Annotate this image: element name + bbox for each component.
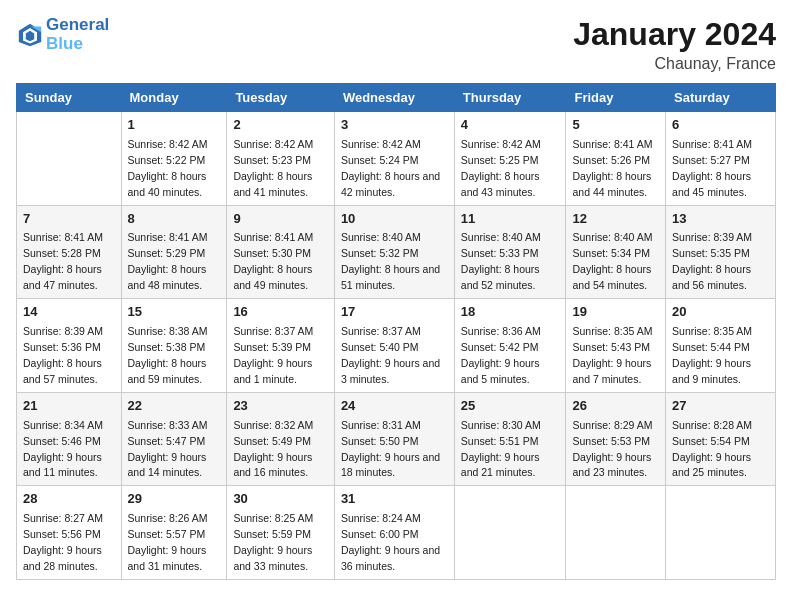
day-number: 3 — [341, 116, 448, 135]
day-number: 7 — [23, 210, 115, 229]
day-info: Sunrise: 8:41 AMSunset: 5:28 PMDaylight:… — [23, 231, 103, 291]
day-cell: 24Sunrise: 8:31 AMSunset: 5:50 PMDayligh… — [334, 392, 454, 486]
day-number: 10 — [341, 210, 448, 229]
logo-text: General Blue — [46, 16, 109, 53]
week-row-2: 7Sunrise: 8:41 AMSunset: 5:28 PMDaylight… — [17, 205, 776, 299]
day-number: 16 — [233, 303, 327, 322]
day-info: Sunrise: 8:42 AMSunset: 5:24 PMDaylight:… — [341, 138, 440, 198]
day-info: Sunrise: 8:33 AMSunset: 5:47 PMDaylight:… — [128, 419, 208, 479]
day-number: 4 — [461, 116, 560, 135]
day-info: Sunrise: 8:40 AMSunset: 5:33 PMDaylight:… — [461, 231, 541, 291]
week-row-3: 14Sunrise: 8:39 AMSunset: 5:36 PMDayligh… — [17, 299, 776, 393]
day-number: 17 — [341, 303, 448, 322]
day-cell: 19Sunrise: 8:35 AMSunset: 5:43 PMDayligh… — [566, 299, 666, 393]
logo: General Blue — [16, 16, 109, 53]
day-info: Sunrise: 8:31 AMSunset: 5:50 PMDaylight:… — [341, 419, 440, 479]
day-number: 1 — [128, 116, 221, 135]
day-info: Sunrise: 8:40 AMSunset: 5:34 PMDaylight:… — [572, 231, 652, 291]
day-cell: 6Sunrise: 8:41 AMSunset: 5:27 PMDaylight… — [666, 112, 776, 206]
day-cell: 22Sunrise: 8:33 AMSunset: 5:47 PMDayligh… — [121, 392, 227, 486]
day-number: 23 — [233, 397, 327, 416]
day-cell: 27Sunrise: 8:28 AMSunset: 5:54 PMDayligh… — [666, 392, 776, 486]
day-number: 26 — [572, 397, 659, 416]
day-cell: 26Sunrise: 8:29 AMSunset: 5:53 PMDayligh… — [566, 392, 666, 486]
day-number: 19 — [572, 303, 659, 322]
day-number: 28 — [23, 490, 115, 509]
week-row-5: 28Sunrise: 8:27 AMSunset: 5:56 PMDayligh… — [17, 486, 776, 580]
day-cell: 25Sunrise: 8:30 AMSunset: 5:51 PMDayligh… — [454, 392, 566, 486]
day-number: 11 — [461, 210, 560, 229]
col-header-tuesday: Tuesday — [227, 84, 334, 112]
day-cell: 3Sunrise: 8:42 AMSunset: 5:24 PMDaylight… — [334, 112, 454, 206]
day-info: Sunrise: 8:30 AMSunset: 5:51 PMDaylight:… — [461, 419, 541, 479]
day-cell — [666, 486, 776, 580]
col-header-saturday: Saturday — [666, 84, 776, 112]
day-cell: 21Sunrise: 8:34 AMSunset: 5:46 PMDayligh… — [17, 392, 122, 486]
main-title: January 2024 — [573, 16, 776, 53]
day-info: Sunrise: 8:37 AMSunset: 5:39 PMDaylight:… — [233, 325, 313, 385]
day-number: 5 — [572, 116, 659, 135]
day-number: 27 — [672, 397, 769, 416]
day-info: Sunrise: 8:29 AMSunset: 5:53 PMDaylight:… — [572, 419, 652, 479]
day-cell: 20Sunrise: 8:35 AMSunset: 5:44 PMDayligh… — [666, 299, 776, 393]
day-number: 6 — [672, 116, 769, 135]
day-number: 14 — [23, 303, 115, 322]
day-number: 30 — [233, 490, 327, 509]
col-header-sunday: Sunday — [17, 84, 122, 112]
day-cell: 4Sunrise: 8:42 AMSunset: 5:25 PMDaylight… — [454, 112, 566, 206]
day-cell — [17, 112, 122, 206]
day-cell: 1Sunrise: 8:42 AMSunset: 5:22 PMDaylight… — [121, 112, 227, 206]
day-info: Sunrise: 8:26 AMSunset: 5:57 PMDaylight:… — [128, 512, 208, 572]
week-row-4: 21Sunrise: 8:34 AMSunset: 5:46 PMDayligh… — [17, 392, 776, 486]
subtitle: Chaunay, France — [573, 55, 776, 73]
day-cell: 13Sunrise: 8:39 AMSunset: 5:35 PMDayligh… — [666, 205, 776, 299]
header-row: SundayMondayTuesdayWednesdayThursdayFrid… — [17, 84, 776, 112]
day-info: Sunrise: 8:37 AMSunset: 5:40 PMDaylight:… — [341, 325, 440, 385]
day-cell: 29Sunrise: 8:26 AMSunset: 5:57 PMDayligh… — [121, 486, 227, 580]
day-cell: 10Sunrise: 8:40 AMSunset: 5:32 PMDayligh… — [334, 205, 454, 299]
day-cell: 28Sunrise: 8:27 AMSunset: 5:56 PMDayligh… — [17, 486, 122, 580]
day-cell: 7Sunrise: 8:41 AMSunset: 5:28 PMDaylight… — [17, 205, 122, 299]
day-info: Sunrise: 8:41 AMSunset: 5:26 PMDaylight:… — [572, 138, 652, 198]
week-row-1: 1Sunrise: 8:42 AMSunset: 5:22 PMDaylight… — [17, 112, 776, 206]
day-cell: 30Sunrise: 8:25 AMSunset: 5:59 PMDayligh… — [227, 486, 334, 580]
day-info: Sunrise: 8:41 AMSunset: 5:29 PMDaylight:… — [128, 231, 208, 291]
title-block: January 2024 Chaunay, France — [573, 16, 776, 73]
col-header-wednesday: Wednesday — [334, 84, 454, 112]
day-info: Sunrise: 8:39 AMSunset: 5:36 PMDaylight:… — [23, 325, 103, 385]
day-info: Sunrise: 8:34 AMSunset: 5:46 PMDaylight:… — [23, 419, 103, 479]
day-cell — [454, 486, 566, 580]
day-number: 22 — [128, 397, 221, 416]
day-cell: 11Sunrise: 8:40 AMSunset: 5:33 PMDayligh… — [454, 205, 566, 299]
day-number: 31 — [341, 490, 448, 509]
day-cell: 5Sunrise: 8:41 AMSunset: 5:26 PMDaylight… — [566, 112, 666, 206]
day-number: 12 — [572, 210, 659, 229]
day-number: 20 — [672, 303, 769, 322]
day-number: 25 — [461, 397, 560, 416]
day-info: Sunrise: 8:42 AMSunset: 5:22 PMDaylight:… — [128, 138, 208, 198]
day-number: 9 — [233, 210, 327, 229]
day-info: Sunrise: 8:40 AMSunset: 5:32 PMDaylight:… — [341, 231, 440, 291]
day-info: Sunrise: 8:35 AMSunset: 5:44 PMDaylight:… — [672, 325, 752, 385]
day-info: Sunrise: 8:38 AMSunset: 5:38 PMDaylight:… — [128, 325, 208, 385]
day-number: 2 — [233, 116, 327, 135]
day-info: Sunrise: 8:28 AMSunset: 5:54 PMDaylight:… — [672, 419, 752, 479]
day-info: Sunrise: 8:32 AMSunset: 5:49 PMDaylight:… — [233, 419, 313, 479]
day-info: Sunrise: 8:39 AMSunset: 5:35 PMDaylight:… — [672, 231, 752, 291]
day-cell: 2Sunrise: 8:42 AMSunset: 5:23 PMDaylight… — [227, 112, 334, 206]
day-info: Sunrise: 8:25 AMSunset: 5:59 PMDaylight:… — [233, 512, 313, 572]
day-number: 18 — [461, 303, 560, 322]
day-cell: 14Sunrise: 8:39 AMSunset: 5:36 PMDayligh… — [17, 299, 122, 393]
col-header-monday: Monday — [121, 84, 227, 112]
day-number: 24 — [341, 397, 448, 416]
day-info: Sunrise: 8:35 AMSunset: 5:43 PMDaylight:… — [572, 325, 652, 385]
col-header-friday: Friday — [566, 84, 666, 112]
day-cell: 8Sunrise: 8:41 AMSunset: 5:29 PMDaylight… — [121, 205, 227, 299]
day-number: 29 — [128, 490, 221, 509]
day-number: 15 — [128, 303, 221, 322]
day-info: Sunrise: 8:27 AMSunset: 5:56 PMDaylight:… — [23, 512, 103, 572]
day-cell: 12Sunrise: 8:40 AMSunset: 5:34 PMDayligh… — [566, 205, 666, 299]
day-info: Sunrise: 8:41 AMSunset: 5:27 PMDaylight:… — [672, 138, 752, 198]
day-info: Sunrise: 8:42 AMSunset: 5:25 PMDaylight:… — [461, 138, 541, 198]
day-cell: 16Sunrise: 8:37 AMSunset: 5:39 PMDayligh… — [227, 299, 334, 393]
